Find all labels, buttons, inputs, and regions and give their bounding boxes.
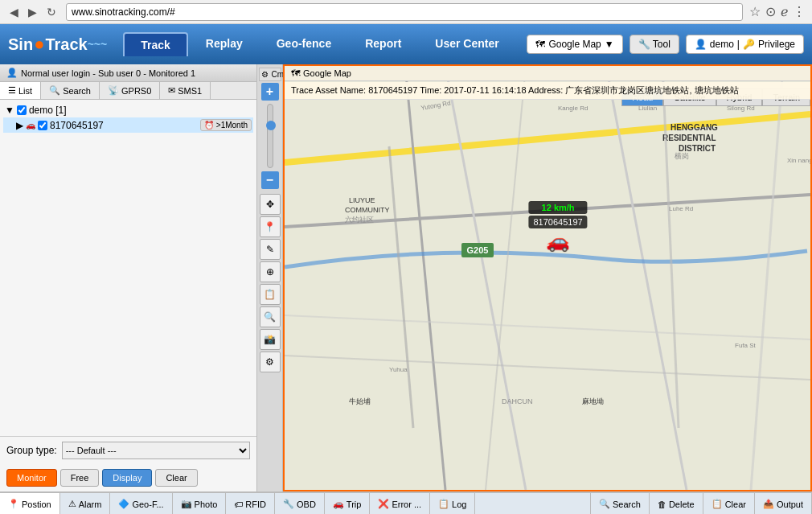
device-label: 8170645197 xyxy=(50,120,104,131)
panel-tab-search[interactable]: 🔍 Search xyxy=(41,82,100,99)
info-tool-button[interactable]: 📋 xyxy=(260,284,281,305)
zoom-thumb[interactable] xyxy=(266,121,276,130)
status-badge: ⏰ >1Month xyxy=(200,119,252,131)
vehicle-marker: 12 km/h 8170645197 🚗 xyxy=(528,201,587,253)
root-checkbox[interactable] xyxy=(17,105,27,115)
map-header-title: Google Map xyxy=(303,68,351,78)
google-map-label: Google Map xyxy=(548,39,601,50)
app-header: Sin●Track~~~ Track Replay Geo-fence Repo… xyxy=(0,24,812,64)
bottom-tab-position[interactable]: 📍 Postion xyxy=(0,493,60,514)
draw-tool-button[interactable]: ✎ xyxy=(260,239,281,260)
browser-nav[interactable]: ◀ ▶ ↻ xyxy=(6,4,59,20)
bottom-tab-trip[interactable]: 🚗 Trip xyxy=(325,493,371,514)
profile-icon[interactable]: ℯ xyxy=(781,4,788,19)
camera-tool-button[interactable]: 📸 xyxy=(260,329,281,350)
group-type-select[interactable]: --- Default --- xyxy=(62,442,250,459)
tree-area: ▼ demo [1] ▶ 🚗 8170645197 ⏰ >1Month xyxy=(0,100,256,436)
bottom-tab-actions: 🔍 Search 🗑 Delete 📋 Clear 📤 Output xyxy=(590,493,812,514)
panel-tabs: ☰ List 🔍 Search 📡 GPRS0 ✉ SMS1 xyxy=(0,82,256,100)
dropdown-arrow-icon: ▼ xyxy=(605,39,614,50)
svg-text:Kangle Rd: Kangle Rd xyxy=(558,105,588,112)
bottom-tab-error[interactable]: ❌ Error ... xyxy=(370,493,430,514)
group-type-label: Group type: xyxy=(6,445,57,456)
signal-icon: 📡 xyxy=(108,85,119,96)
svg-text:HENGGANG: HENGGANG xyxy=(671,123,718,132)
cmd-icon: ⚙ xyxy=(261,70,269,79)
measure-tool-button[interactable]: ⊕ xyxy=(260,261,281,282)
menu-icon[interactable]: ⋮ xyxy=(793,4,806,19)
pan-tool-button[interactable]: ✥ xyxy=(260,194,281,215)
logo: Sin●Track~~~ xyxy=(8,34,107,55)
bottom-tab-rfid[interactable]: 🏷 RFID xyxy=(226,493,275,514)
svg-text:RESIDENTIAL: RESIDENTIAL xyxy=(662,134,716,142)
free-button[interactable]: Free xyxy=(60,469,100,487)
search-icon: 🔍 xyxy=(49,85,60,96)
log-icon: 📋 xyxy=(438,499,449,509)
svg-text:LIUYUE: LIUYUE xyxy=(349,196,375,204)
bottom-tab-geofence[interactable]: 🔷 Geo-F... xyxy=(110,493,172,514)
zoom-in-button[interactable]: + xyxy=(261,83,279,101)
address-bar[interactable] xyxy=(66,3,743,21)
status-text: >1Month xyxy=(216,121,248,130)
nav-tabs: Track Replay Geo-fence Report User Cente… xyxy=(123,32,515,56)
google-map-button[interactable]: 🗺 Google Map ▼ xyxy=(527,35,622,54)
bottom-section: 📍 Postion ⚠ Alarm 🔷 Geo-F... 📷 Photo 🏷 R… xyxy=(0,491,812,514)
tool-button[interactable]: 🔧 Tool xyxy=(630,35,679,54)
bottom-tab-obd[interactable]: 🔧 OBD xyxy=(275,493,325,514)
expand-icon[interactable]: ▼ xyxy=(5,105,14,116)
header-right: 🗺 Google Map ▼ 🔧 Tool 👤 demo | 🔑 Privile… xyxy=(527,35,804,54)
clock-icon: ⏰ xyxy=(204,121,214,130)
panel-tab-gprs[interactable]: 📡 GPRS0 xyxy=(100,82,160,99)
back-button[interactable]: ◀ xyxy=(6,4,22,20)
panel-tab-list[interactable]: ☰ List xyxy=(0,82,41,99)
bottom-tab-alarm[interactable]: ⚠ Alarm xyxy=(60,493,111,514)
svg-text:麻地坳: 麻地坳 xyxy=(582,397,604,405)
svg-text:Luhe Rd: Luhe Rd xyxy=(669,205,693,212)
settings-tool-button[interactable]: ⚙ xyxy=(260,352,281,372)
nav-tab-geofence[interactable]: Geo-fence xyxy=(260,32,347,56)
nav-tab-replay[interactable]: Replay xyxy=(190,32,259,56)
search-tool-button[interactable]: 🔍 xyxy=(260,306,281,327)
map-header: 🗺 Google Map xyxy=(285,66,810,81)
panel-title: 👤 Normal user login - Sub user 0 - Monit… xyxy=(0,64,256,82)
zoom-out-button[interactable]: − xyxy=(261,171,279,189)
list-icon: ☰ xyxy=(8,85,16,96)
bookmark-icon[interactable]: ☆ xyxy=(749,4,761,19)
monitor-button[interactable]: Monitor xyxy=(6,469,57,487)
trace-info-bar: Trace Asset Name: 8170645197 Time: 2017-… xyxy=(285,82,810,100)
output-action-button[interactable]: 📤 Output xyxy=(755,493,812,514)
bottom-tab-photo[interactable]: 📷 Photo xyxy=(173,493,227,514)
nav-tab-usercenter[interactable]: User Center xyxy=(419,32,515,56)
display-button[interactable]: Display xyxy=(102,469,152,487)
pointer-tool-button[interactable]: 📍 xyxy=(260,216,281,237)
panel-tab-sms[interactable]: ✉ SMS1 xyxy=(160,82,211,99)
search-action-icon: 🔍 xyxy=(599,499,610,509)
cmd-panel: ⚙Cmd xyxy=(259,68,281,81)
svg-text:横岗: 横岗 xyxy=(675,152,689,160)
clear-button[interactable]: Clear xyxy=(155,469,197,487)
svg-rect-0 xyxy=(285,66,810,490)
svg-text:六约社区: 六约社区 xyxy=(345,216,374,224)
search-action-button[interactable]: 🔍 Search xyxy=(591,493,650,514)
nav-tab-report[interactable]: Report xyxy=(349,32,417,56)
svg-text:Yuhua: Yuhua xyxy=(389,366,408,373)
trace-info-text: Trace Asset Name: 8170645197 Time: 2017-… xyxy=(291,85,739,95)
history-icon[interactable]: ⊙ xyxy=(765,4,776,19)
tree-device[interactable]: ▶ 🚗 8170645197 ⏰ >1Month xyxy=(3,117,253,133)
vehicle-id: 8170645197 xyxy=(533,217,582,227)
svg-text:Xin nang Rd: Xin nang Rd xyxy=(787,157,810,164)
svg-text:Fufa St: Fufa St xyxy=(735,342,757,349)
device-checkbox[interactable] xyxy=(38,121,47,130)
delete-action-button[interactable]: 🗑 Delete xyxy=(650,493,703,514)
device-icon: 🚗 xyxy=(26,121,35,130)
forward-button[interactable]: ▶ xyxy=(25,4,40,20)
nav-tab-track[interactable]: Track xyxy=(123,32,188,56)
root-label: demo [1] xyxy=(29,105,67,116)
obd-icon: 🔧 xyxy=(283,499,294,509)
bottom-tab-log[interactable]: 📋 Log xyxy=(430,493,475,514)
group-type: Group type: --- Default --- xyxy=(0,436,256,464)
map-svg: G205 HENGGANG RESIDENTIAL DISTRICT 横岗 LI… xyxy=(285,66,810,490)
refresh-button[interactable]: ↻ xyxy=(43,4,59,20)
tree-root: ▼ demo [1] xyxy=(3,103,253,117)
clear-action-button[interactable]: 📋 Clear xyxy=(703,493,755,514)
